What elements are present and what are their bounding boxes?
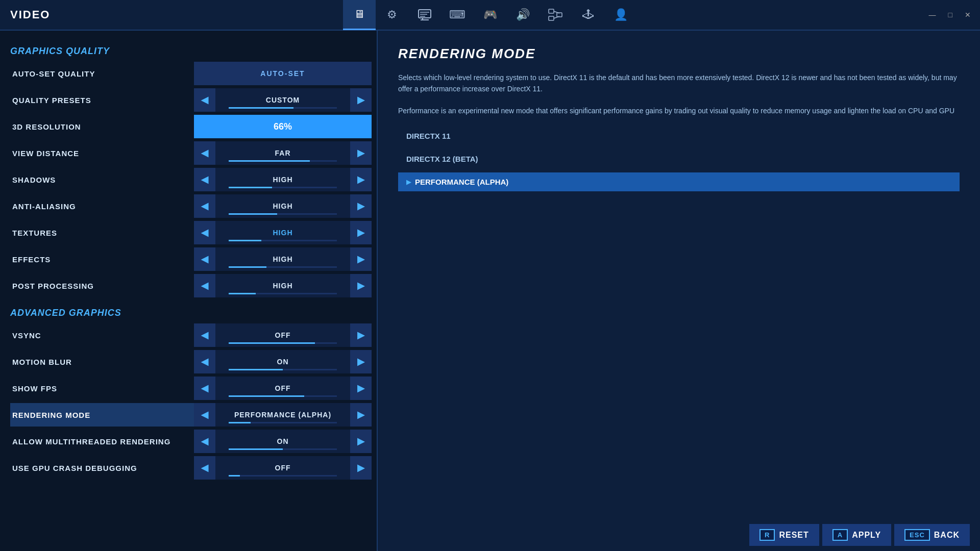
label-3d-resolution: 3D RESOLUTION <box>10 122 194 131</box>
control-vsync: ◀ OFF ▶ <box>194 323 372 347</box>
setting-shadows: SHADOWS ◀ HIGH ▶ <box>10 168 372 191</box>
vsync-value: OFF <box>215 323 350 347</box>
label-allow-multithreaded: ALLOW MULTITHREADED RENDERING <box>10 437 194 446</box>
reset-button[interactable]: R RESET <box>749 524 819 546</box>
minimize-button[interactable]: — <box>925 10 940 20</box>
nav-icon-network[interactable] <box>539 0 572 30</box>
option-directx12[interactable]: DIRECTX 12 (BETA) <box>398 149 960 168</box>
shadows-value: HIGH <box>215 168 350 191</box>
control-use-gpu-crash: ◀ OFF ▶ <box>194 456 372 480</box>
quality-presets-next[interactable]: ▶ <box>350 88 372 112</box>
label-auto-set-quality: AUTO-SET QUALITY <box>10 69 194 78</box>
nav-icons: 🖥 ⚙ ⌨ 🎮 🔊 🕹 👤 <box>343 0 637 30</box>
label-motion-blur: MOTION BLUR <box>10 358 194 366</box>
maximize-button[interactable]: □ <box>944 10 957 20</box>
motion-blur-prev[interactable]: ◀ <box>194 350 215 373</box>
anti-aliasing-next[interactable]: ▶ <box>350 194 372 218</box>
effects-prev[interactable]: ◀ <box>194 247 215 271</box>
textures-value: HIGH <box>215 221 350 244</box>
close-button[interactable]: ✕ <box>961 10 975 20</box>
rendering-mode-prev[interactable]: ◀ <box>194 403 215 427</box>
auto-set-button[interactable]: AUTO-SET <box>194 62 372 85</box>
apply-label: APPLY <box>852 531 881 540</box>
setting-view-distance: VIEW DISTANCE ◀ FAR ▶ <box>10 141 372 165</box>
control-show-fps: ◀ OFF ▶ <box>194 377 372 400</box>
option-performance-alpha[interactable]: ▶ PERFORMANCE (ALPHA) <box>398 172 960 191</box>
motion-blur-next[interactable]: ▶ <box>350 350 372 373</box>
view-distance-prev[interactable]: ◀ <box>194 141 215 165</box>
nav-icon-audio[interactable]: 🔊 <box>506 0 539 30</box>
setting-textures: TEXTURES ◀ HIGH ▶ <box>10 221 372 244</box>
control-shadows: ◀ HIGH ▶ <box>194 168 372 191</box>
use-gpu-crash-prev[interactable]: ◀ <box>194 456 215 480</box>
control-view-distance: ◀ FAR ▶ <box>194 141 372 165</box>
label-view-distance: VIEW DISTANCE <box>10 149 194 158</box>
rendering-options-list: DIRECTX 11 DIRECTX 12 (BETA) ▶ PERFORMAN… <box>398 127 960 191</box>
nav-icon-gear[interactable]: ⚙ <box>376 0 408 30</box>
info-text-1: Selects which low-level rendering system… <box>398 72 960 95</box>
label-anti-aliasing: ANTI-ALIASING <box>10 202 194 211</box>
view-distance-next[interactable]: ▶ <box>350 141 372 165</box>
allow-multithreaded-next[interactable]: ▶ <box>350 430 372 453</box>
control-textures: ◀ HIGH ▶ <box>194 221 372 244</box>
window-controls: — □ ✕ <box>925 10 975 20</box>
label-vsync: VSYNC <box>10 331 194 340</box>
allow-multithreaded-value: ON <box>215 430 350 453</box>
control-rendering-mode: ◀ PERFORMANCE (ALPHA) ▶ <box>194 403 372 427</box>
anti-aliasing-prev[interactable]: ◀ <box>194 194 215 218</box>
setting-auto-set-quality: AUTO-SET QUALITY AUTO-SET <box>10 62 372 85</box>
label-textures: TEXTURES <box>10 229 194 237</box>
apply-button[interactable]: A APPLY <box>822 524 891 546</box>
post-processing-prev[interactable]: ◀ <box>194 274 215 297</box>
setting-post-processing: POST PROCESSING ◀ HIGH ▶ <box>10 274 372 297</box>
control-motion-blur: ◀ ON ▶ <box>194 350 372 373</box>
motion-blur-value: ON <box>215 350 350 373</box>
post-processing-next[interactable]: ▶ <box>350 274 372 297</box>
show-fps-prev[interactable]: ◀ <box>194 377 215 400</box>
setting-rendering-mode[interactable]: RENDERING MODE ◀ PERFORMANCE (ALPHA) ▶ <box>10 403 372 427</box>
allow-multithreaded-prev[interactable]: ◀ <box>194 430 215 453</box>
vsync-next[interactable]: ▶ <box>350 323 372 347</box>
nav-icon-account[interactable]: 👤 <box>604 0 637 30</box>
shadows-prev[interactable]: ◀ <box>194 168 215 191</box>
textures-prev[interactable]: ◀ <box>194 221 215 244</box>
textures-next[interactable]: ▶ <box>350 221 372 244</box>
apply-key: A <box>832 529 848 541</box>
nav-icon-monitor[interactable]: 🖥 <box>343 0 376 30</box>
vsync-prev[interactable]: ◀ <box>194 323 215 347</box>
option-label-directx12: DIRECTX 12 (BETA) <box>406 155 478 163</box>
rendering-mode-next[interactable]: ▶ <box>350 403 372 427</box>
nav-icon-keyboard[interactable]: ⌨ <box>441 0 474 30</box>
option-label-performance: PERFORMANCE (ALPHA) <box>415 178 508 186</box>
info-text-2: Performance is an experimental new mode … <box>398 105 960 116</box>
label-quality-presets: QUALITY PRESETS <box>10 96 194 105</box>
nav-icon-controller2[interactable]: 🎮 <box>474 0 506 30</box>
reset-key: R <box>760 529 775 541</box>
effects-next[interactable]: ▶ <box>350 247 372 271</box>
nav-icon-game[interactable]: 🕹 <box>572 0 604 30</box>
info-title: RENDERING MODE <box>398 46 960 62</box>
option-directx11[interactable]: DIRECTX 11 <box>398 127 960 145</box>
nav-icon-display[interactable] <box>408 0 441 30</box>
view-distance-value: FAR <box>215 141 350 165</box>
setting-anti-aliasing: ANTI-ALIASING ◀ HIGH ▶ <box>10 194 372 218</box>
setting-vsync: VSYNC ◀ OFF ▶ <box>10 323 372 347</box>
svg-rect-8 <box>557 13 562 17</box>
control-anti-aliasing: ◀ HIGH ▶ <box>194 194 372 218</box>
back-button[interactable]: ESC BACK <box>894 524 970 546</box>
setting-quality-presets: QUALITY PRESETS ◀ CUSTOM ▶ <box>10 88 372 112</box>
setting-effects: EFFECTS ◀ HIGH ▶ <box>10 247 372 271</box>
shadows-next[interactable]: ▶ <box>350 168 372 191</box>
label-effects: EFFECTS <box>10 255 194 264</box>
show-fps-next[interactable]: ▶ <box>350 377 372 400</box>
label-rendering-mode: RENDERING MODE <box>10 411 194 419</box>
setting-3d-resolution: 3D RESOLUTION 66% <box>10 115 372 138</box>
quality-presets-prev[interactable]: ◀ <box>194 88 215 112</box>
use-gpu-crash-next[interactable]: ▶ <box>350 456 372 480</box>
quality-presets-value: CUSTOM <box>215 88 350 112</box>
page-title: VIDEO <box>10 8 50 21</box>
label-shadows: SHADOWS <box>10 176 194 184</box>
reset-label: RESET <box>779 531 808 540</box>
label-use-gpu-crash: USE GPU CRASH DEBUGGING <box>10 464 194 472</box>
resolution-value: 66% <box>194 115 372 138</box>
